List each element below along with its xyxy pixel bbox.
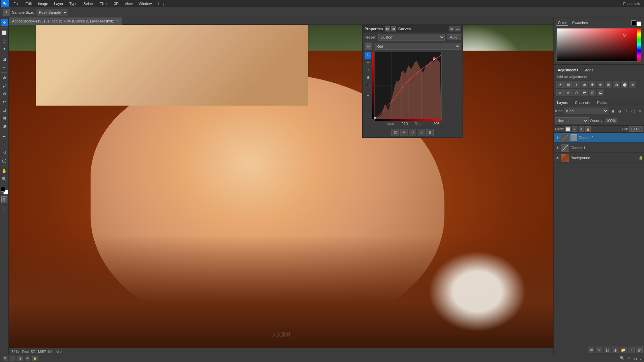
add-style-btn[interactable]: fx [596,347,602,353]
adj-vibrance-btn[interactable]: ❋ [589,81,596,88]
quick-mask-btn[interactable]: ⊡ [1,196,7,202]
adj-levels-btn[interactable]: ▤ [565,81,572,88]
layer-item-curves1[interactable]: 👁 Curves 1 [554,143,644,153]
filter-shape-btn[interactable]: ◯ [630,108,636,114]
paths-tab[interactable]: Paths [594,99,610,106]
menu-window[interactable]: Window [136,1,154,6]
hue-slider[interactable] [637,28,641,61]
bottom-icon-4[interactable]: ⊕ [25,356,30,361]
menu-layer[interactable]: Layer [51,1,66,6]
new-layer-btn[interactable]: + [628,347,635,353]
foreground-swatch[interactable] [631,20,636,25]
menu-3d[interactable]: 3D [111,1,121,6]
new-adj-btn[interactable]: ◑ [612,347,619,353]
add-mask-btn[interactable]: ◧ [604,347,610,353]
marquee-tool[interactable]: ⬜ [1,29,8,37]
text-tool[interactable]: T [1,141,8,148]
bottom-settings-btn[interactable]: ⚙ [627,356,631,360]
adj-bw-btn[interactable]: ◑ [613,81,620,88]
path-tool[interactable]: ◁ [1,149,8,156]
channel-select[interactable]: RGB Red Green Blue [374,43,461,50]
channel-edit-icon[interactable]: ✏ [365,43,372,50]
image-canvas[interactable]: 人人素材 [9,25,553,348]
hand-tool[interactable]: ✋ [1,167,8,175]
shape-tool[interactable]: ◯ [1,157,8,164]
blend-mode-select[interactable]: Normal Multiply Screen Overlay Soft Ligh… [555,117,589,124]
swatches-tab[interactable]: Swatches [571,20,589,25]
adj-exposure-btn[interactable]: ◑ [581,81,588,88]
adj-colorbalance-btn[interactable]: ⊞ [605,81,612,88]
dodge-tool[interactable]: ◑ [1,122,8,130]
eyedropper-tool-icon[interactable]: ⌖ [3,9,10,16]
nav-prev[interactable]: ◁ [56,349,58,354]
nav-next[interactable]: ▷ [60,349,62,354]
eyedropper-tool[interactable]: ⌖ [1,64,8,71]
adj-colorlookup-btn[interactable]: ⊘ [556,89,564,96]
prop-close-btn[interactable]: — [455,26,461,32]
prev-state-btn[interactable]: ◁ [418,129,425,136]
quick-select-tool[interactable]: ✦ [1,45,8,53]
curves-draw-tool[interactable]: ✏ [365,59,371,66]
reset-btn[interactable]: ↺ [409,129,416,136]
menu-file[interactable]: File [11,1,22,6]
crop-tool[interactable]: ⊡ [1,56,8,63]
history-tool[interactable]: ↩ [1,98,8,106]
delete-layer-btn[interactable]: 🗑 [636,347,643,353]
curves-smooth-tool[interactable]: ⌇ [365,67,371,73]
filter-smart-btn[interactable]: ⊛ [637,108,643,114]
adj-curves-btn[interactable]: ⌇ [573,81,580,88]
brush-tool[interactable]: 🖌 [1,82,8,89]
lock-transparent-btn[interactable]: ⬜ [565,126,571,132]
gradient-tool[interactable]: ▤ [1,114,8,122]
layer-item-curves2[interactable]: 👁 Curves 2 [554,133,644,143]
adj-threshold-btn[interactable]: ⬒ [581,89,588,96]
menu-view[interactable]: View [122,1,136,6]
pen-tool[interactable]: ✒ [1,133,8,140]
color-tab[interactable]: Color [556,20,568,26]
adj-gradientmap-btn[interactable]: ▥ [589,89,596,96]
adjustments-tab[interactable]: Adjustments [556,67,580,73]
layer-visibility-curves2[interactable]: 👁 [555,135,560,140]
visibility-btn[interactable]: 👁 [400,129,408,136]
new-group-btn[interactable]: 📁 [620,347,627,353]
filter-adj-btn[interactable]: ◑ [616,108,623,114]
color-swatches[interactable] [1,187,8,194]
healing-tool[interactable]: ⊕ [1,74,8,81]
menu-image[interactable]: Image [35,1,51,6]
bottom-zoom-btn[interactable]: 🔍 [620,356,625,360]
menu-filter[interactable]: Filter [97,1,110,6]
tab-close-btn[interactable]: × [117,19,119,23]
lock-all-btn[interactable]: 🔒 [585,126,591,132]
adj-brightnesscontrast-btn[interactable]: ☀ [556,81,564,88]
delete-adj-btn[interactable]: 🗑 [426,129,434,136]
curves-channel-tool[interactable]: ⊿ [365,91,371,98]
zoom-tool[interactable]: 🔍 [1,175,8,183]
workspace-label[interactable]: Essentials [621,1,643,6]
bottom-icon-1[interactable]: ⊞ [3,356,8,361]
fill-input[interactable] [629,126,643,132]
screen-mode-btn[interactable]: ⬛ [1,205,8,213]
clip-layer-btn[interactable]: ⊡ [391,129,399,136]
layer-visibility-background[interactable]: 👁 [555,156,560,160]
move-tool[interactable]: ✥ [1,19,8,26]
curves-pointer-tool[interactable]: ↖ [365,52,371,59]
filter-type-btn[interactable]: T [623,108,629,114]
bottom-icon-5[interactable]: 🔒 [32,356,38,361]
sample-size-select[interactable]: Point Sample [36,9,68,16]
filter-pixel-btn[interactable]: ◼ [610,108,616,114]
curves-point-tool[interactable]: ⊕ [365,74,371,81]
channels-tab[interactable]: Channels [572,99,594,106]
curves-graph[interactable] [375,52,442,119]
document-tab[interactable]: AdobeStock-84195131.jpeg @ 79% (Curves 2… [9,17,122,25]
eraser-tool[interactable]: ◻ [1,106,8,114]
color-picker[interactable] [556,28,641,62]
kind-select[interactable]: Kind Pixel Adjustment Type Shape [564,108,608,114]
link-layers-btn[interactable]: ⛓ [588,347,594,353]
prop-layer-icon[interactable]: ◨ [391,26,396,32]
menu-select[interactable]: Select [81,1,97,6]
styles-tab[interactable]: Styles [582,67,595,73]
layers-tab[interactable]: Layers [554,99,572,106]
menu-help[interactable]: Help [155,1,168,6]
bottom-icon-2[interactable]: fx [10,356,15,361]
opacity-input[interactable] [605,118,618,123]
